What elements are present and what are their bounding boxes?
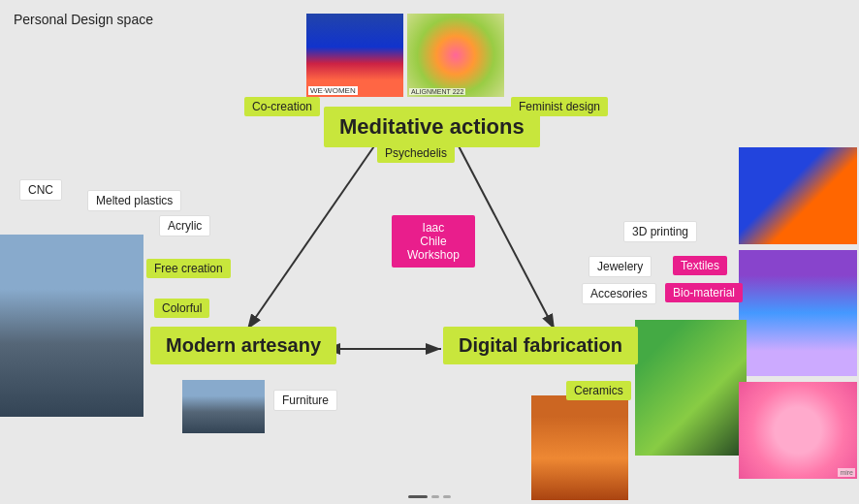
acrylic-tag: Acrylic: [159, 215, 210, 236]
page-dot: [431, 495, 439, 498]
furniture-tag: Furniture: [273, 390, 337, 411]
alignment-poster-image: ALIGNMENT 222: [407, 14, 504, 97]
3d-printing-tag: 3D printing: [623, 221, 697, 242]
table-art-image: [0, 235, 143, 417]
green-texture-image: [635, 320, 747, 456]
workshop-label: Workshop: [407, 248, 460, 262]
cnc-tag: CNC: [19, 179, 62, 201]
ceramics-tag: Ceramics: [566, 381, 631, 400]
co-creation-tag: Co-creation: [244, 97, 320, 116]
digital-fabrication-node: Digital fabrication: [443, 327, 638, 364]
feminist-design-tag: Feminist design: [511, 97, 608, 116]
orange-bag-image: [531, 395, 628, 500]
women-poster-image: WE·WOMEN: [306, 14, 403, 97]
melted-plastics-tag: Melted plastics: [87, 190, 181, 211]
page-dot: [443, 495, 451, 498]
textiles-tag: Textiles: [673, 256, 727, 275]
free-creation-tag: Free creation: [146, 259, 231, 278]
page-title: Personal Design space: [14, 12, 153, 27]
meditative-actions-node: Meditative actions: [324, 107, 540, 147]
blue-bag-image: [739, 147, 857, 244]
bio-material-tag: Bio-material: [665, 283, 743, 302]
purple-vase-image: [739, 250, 857, 376]
modern-artesany-node: Modern artesany: [150, 327, 336, 364]
page-indicator: [408, 495, 451, 498]
chile-label: Chile: [407, 235, 460, 248]
jewelery-tag: Jewelery: [589, 256, 652, 277]
furniture-image: [182, 380, 265, 433]
svg-line-2: [247, 141, 378, 330]
pink-flower-image: mire: [739, 382, 857, 479]
page-dot-active: [408, 495, 428, 498]
iaac-label: Iaac: [407, 221, 460, 235]
accesories-tag: Accesories: [582, 283, 656, 304]
iaac-chile-workshop-tag: Iaac Chile Workshop: [392, 215, 475, 268]
colorful-tag: Colorful: [154, 299, 209, 318]
psychedelis-tag: Psychedelis: [377, 143, 455, 163]
